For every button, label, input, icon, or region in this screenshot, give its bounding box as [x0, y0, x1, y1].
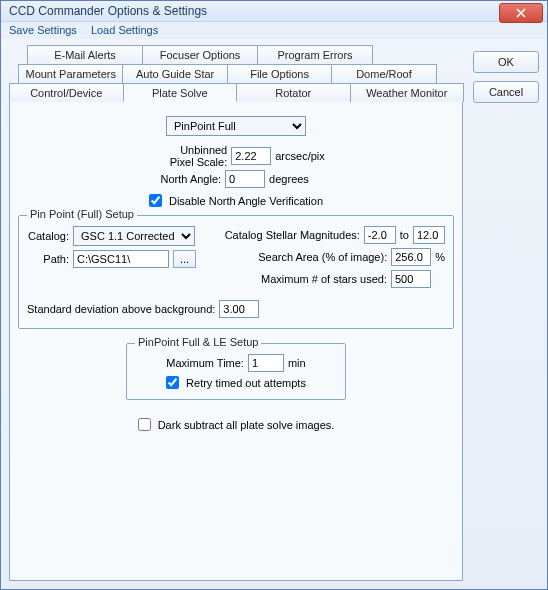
- path-input[interactable]: [73, 250, 169, 268]
- pinpoint-full-group: Pin Point (Full) Setup Catalog: GSC 1.1 …: [18, 215, 454, 329]
- mag-to: to: [400, 229, 409, 241]
- maxstars-label: Maximum # of stars used:: [261, 273, 387, 285]
- pinpoint-le-group: PinPoint Full & LE Setup Maximum Time: m…: [126, 343, 346, 400]
- stddev-input[interactable]: [219, 300, 259, 318]
- dark-subtract-label: Dark subtract all plate solve images.: [158, 419, 335, 431]
- maxstars-input[interactable]: [391, 270, 431, 288]
- disable-north-checkbox[interactable]: [149, 194, 162, 207]
- tab-weather-monitor[interactable]: Weather Monitor: [350, 83, 465, 102]
- titlebar: CCD Commander Options & Settings: [1, 1, 547, 22]
- mag-label: Catalog Stellar Magnitudes:: [225, 229, 360, 241]
- tab-file-options[interactable]: File Options: [227, 64, 332, 83]
- tab-focuser-options[interactable]: Focuser Options: [142, 45, 258, 64]
- dialog-body: E-Mail Alerts Focuser Options Program Er…: [1, 39, 547, 589]
- pinpoint-le-legend: PinPoint Full & LE Setup: [135, 336, 261, 348]
- tab-row-2: Mount Parameters Auto Guide Star File Op…: [18, 64, 436, 83]
- close-button[interactable]: [499, 3, 543, 23]
- close-icon: [516, 8, 526, 18]
- ok-button[interactable]: OK: [473, 51, 539, 73]
- disable-north-label: Disable North Angle Verification: [169, 195, 323, 207]
- pixel-scale-label2: Pixel Scale:: [147, 156, 227, 168]
- stddev-label: Standard deviation above background:: [27, 303, 215, 315]
- engine-select[interactable]: PinPoint Full: [166, 116, 306, 136]
- tab-control-device[interactable]: Control/Device: [9, 83, 124, 102]
- dark-subtract-checkbox[interactable]: [138, 418, 151, 431]
- menubar: Save Settings Load Settings: [1, 22, 547, 39]
- tab-plate-solve[interactable]: Plate Solve: [123, 83, 238, 102]
- pixel-scale-label1: Unbinned: [147, 144, 227, 156]
- pixel-scale-input[interactable]: [231, 147, 271, 165]
- maxtime-input[interactable]: [248, 354, 284, 372]
- menu-load-settings[interactable]: Load Settings: [91, 24, 158, 36]
- tab-rotator[interactable]: Rotator: [236, 83, 351, 102]
- pinpoint-full-legend: Pin Point (Full) Setup: [27, 208, 137, 220]
- tab-row-1: E-Mail Alerts Focuser Options Program Er…: [27, 45, 372, 64]
- path-browse-button[interactable]: ...: [173, 250, 196, 268]
- retry-label: Retry timed out attempts: [186, 377, 306, 389]
- menu-save-settings[interactable]: Save Settings: [9, 24, 77, 36]
- dialog-buttons: OK Cancel: [473, 45, 539, 103]
- pixel-scale-unit: arcsec/pix: [275, 150, 325, 162]
- catalog-label: Catalog:: [27, 230, 69, 242]
- tab-email-alerts[interactable]: E-Mail Alerts: [27, 45, 143, 64]
- tab-content-plate-solve: PinPoint Full Unbinned Pixel Scale: arcs…: [9, 101, 463, 581]
- north-angle-unit: degrees: [269, 173, 309, 185]
- mag-hi-input[interactable]: [413, 226, 445, 244]
- tab-program-errors[interactable]: Program Errors: [257, 45, 373, 64]
- retry-checkbox[interactable]: [166, 376, 179, 389]
- tab-auto-guide-star[interactable]: Auto Guide Star: [122, 64, 227, 83]
- tab-mount-parameters[interactable]: Mount Parameters: [18, 64, 123, 83]
- tabs-area: E-Mail Alerts Focuser Options Program Er…: [9, 45, 463, 581]
- maxtime-unit: min: [288, 357, 306, 369]
- north-angle-label: North Angle:: [141, 173, 221, 185]
- search-area-input[interactable]: [391, 248, 431, 266]
- tab-row-3: Control/Device Plate Solve Rotator Weath…: [9, 83, 463, 102]
- search-area-label: Search Area (% of image):: [258, 251, 387, 263]
- path-label: Path:: [27, 253, 69, 265]
- north-angle-input[interactable]: [225, 170, 265, 188]
- search-area-unit: %: [435, 251, 445, 263]
- window-title: CCD Commander Options & Settings: [9, 4, 207, 18]
- tab-dome-roof[interactable]: Dome/Roof: [331, 64, 436, 83]
- cancel-button[interactable]: Cancel: [473, 81, 539, 103]
- maxtime-label: Maximum Time:: [166, 357, 244, 369]
- mag-lo-input[interactable]: [364, 226, 396, 244]
- catalog-select[interactable]: GSC 1.1 Corrected: [73, 226, 195, 246]
- options-window: CCD Commander Options & Settings Save Se…: [0, 0, 548, 590]
